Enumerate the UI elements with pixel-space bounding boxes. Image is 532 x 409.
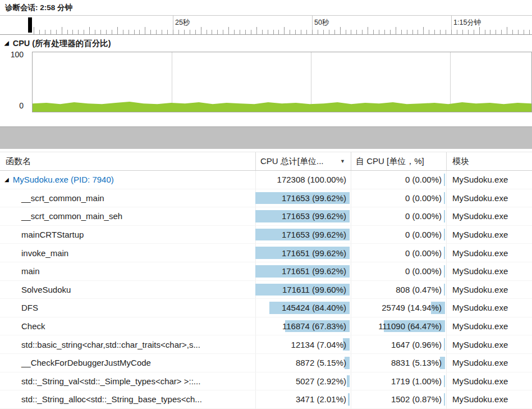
function-name: SolveSudoku xyxy=(21,285,71,294)
table-row[interactable]: Check116874 (67.83%)111090 (64.47%)MySud… xyxy=(0,317,532,336)
ruler-major-tick xyxy=(173,16,173,34)
cpu-total-cell-value: 171653 (99.62%) xyxy=(282,211,346,221)
self-cpu-histogram-bar xyxy=(444,247,445,259)
cpu-total-cell: 171611 (99.60%) xyxy=(255,281,351,299)
function-name: DFS xyxy=(21,303,38,312)
self-cpu-cell: 25749 (14.94%) xyxy=(351,299,446,317)
session-header: 诊断会话: 2:58 分钟 xyxy=(0,0,532,16)
function-name-cell: __scrt_common_main xyxy=(0,189,255,207)
table-row[interactable]: std::_String_val<std::_Simple_types<char… xyxy=(0,372,532,391)
table-row[interactable]: std::_String_alloc<std::_String_base_typ… xyxy=(0,390,532,409)
table-row[interactable]: mainCRTStartup171653 (99.62%)0 (0.00%)My… xyxy=(0,226,532,244)
cpu-total-cell: 3471 (2.01%) xyxy=(255,390,351,408)
timeline-marker[interactable] xyxy=(28,17,32,33)
function-name-cell: std::_String_val<std::_Simple_types<char… xyxy=(0,372,255,390)
self-cpu-cell-value: 0 (0.00%) xyxy=(405,230,442,239)
self-cpu-histogram-bar xyxy=(444,210,445,222)
self-cpu-histogram-bar xyxy=(444,338,445,351)
cpu-total-cell: 171653 (99.62%) xyxy=(255,189,351,207)
cpu-usage-area-series xyxy=(33,52,531,112)
self-cpu-cell: 0 (0.00%) xyxy=(351,171,446,189)
function-name-cell: ◢MySudoku.exe (PID: 7940) xyxy=(0,171,255,189)
function-name: std::_String_alloc<std::_String_base_typ… xyxy=(21,394,202,404)
table-row[interactable]: ◢MySudoku.exe (PID: 7940)172308 (100.00%… xyxy=(0,171,532,189)
table-row[interactable]: SolveSudoku171611 (99.60%)808 (0.47%)MyS… xyxy=(0,281,532,299)
session-title: 诊断会话: 2:58 分钟 xyxy=(5,3,72,13)
cpu-total-cell-value: 8872 (5.15%) xyxy=(296,358,346,367)
self-cpu-histogram-bar xyxy=(444,393,445,406)
self-cpu-cell: 0 (0.00%) xyxy=(351,189,446,207)
function-name-cell: __CheckForDebuggerJustMyCode xyxy=(0,354,255,372)
cpu-total-cell: 171653 (99.62%) xyxy=(255,226,351,244)
function-name: __scrt_common_main xyxy=(21,193,104,203)
y-axis-min-label: 0 xyxy=(0,101,28,110)
timeline-ruler[interactable]: 25秒50秒1:15分钟 xyxy=(0,16,532,35)
module-cell: MySudoku.exe xyxy=(446,354,532,372)
cpu-chart-plot-area[interactable] xyxy=(32,52,532,112)
ruler-tick-label: 50秒 xyxy=(314,18,329,28)
diagnostics-window: 诊断会话: 2:58 分钟 25秒50秒1:15分钟 ◢ CPU (所有处理器的… xyxy=(0,0,532,409)
sort-arrow-icon[interactable]: ▼ xyxy=(340,158,345,164)
cpu-section-header[interactable]: ◢ CPU (所有处理器的百分比) xyxy=(0,35,532,52)
module-cell: MySudoku.exe xyxy=(446,207,532,225)
expand-icon[interactable]: ◢ xyxy=(4,177,9,183)
cpu-total-cell-value: 5027 (2.92%) xyxy=(296,376,346,386)
self-cpu-histogram-bar xyxy=(444,284,445,296)
table-row[interactable]: __CheckForDebuggerJustMyCode8872 (5.15%)… xyxy=(0,354,532,372)
function-name-cell: invoke_main xyxy=(0,244,255,262)
self-cpu-cell: 0 (0.00%) xyxy=(351,207,446,225)
column-header-self-cpu[interactable]: 自 CPU [单位，%] xyxy=(351,152,446,170)
function-name-cell: std::_String_alloc<std::_String_base_typ… xyxy=(0,390,255,408)
table-body: ◢MySudoku.exe (PID: 7940)172308 (100.00%… xyxy=(0,171,532,409)
self-cpu-cell-value: 0 (0.00%) xyxy=(405,211,442,221)
cpu-total-cell-value: 171651 (99.62%) xyxy=(282,266,346,276)
function-name: main xyxy=(21,266,40,276)
function-name: mainCRTStartup xyxy=(21,230,84,239)
cpu-total-cell-value: 171653 (99.62%) xyxy=(282,230,346,239)
table-row[interactable]: __scrt_common_main_seh171653 (99.62%)0 (… xyxy=(0,207,532,226)
self-cpu-cell: 0 (0.00%) xyxy=(351,244,446,262)
cpu-section: ◢ CPU (所有处理器的百分比) 100 0 xyxy=(0,35,532,112)
column-header-cpu-total[interactable]: CPU 总计[单位... ▼ xyxy=(255,152,351,170)
self-cpu-cell-value: 808 (0.47%) xyxy=(396,285,442,294)
function-name-cell: DFS xyxy=(0,299,255,317)
function-name-cell: std::basic_string<char,std::char_traits<… xyxy=(0,335,255,353)
module-cell: MySudoku.exe xyxy=(446,226,532,244)
table-row[interactable]: main171651 (99.62%)0 (0.00%)MySudoku.exe xyxy=(0,262,532,281)
function-name[interactable]: MySudoku.exe (PID: 7940) xyxy=(13,175,114,184)
column-header-function-name[interactable]: 函数名 xyxy=(0,152,255,170)
cpu-total-cell-value: 12134 (7.04%) xyxy=(291,340,346,349)
function-name: std::_String_val<std::_Simple_types<char… xyxy=(21,376,200,386)
table-row[interactable]: invoke_main171651 (99.62%)0 (0.00%)MySud… xyxy=(0,244,532,262)
table-row[interactable]: DFS145424 (84.40%)25749 (14.94%)MySudoku… xyxy=(0,299,532,317)
table-row[interactable]: std::basic_string<char,std::char_traits<… xyxy=(0,335,532,354)
module-cell: MySudoku.exe xyxy=(446,262,532,280)
cpu-total-cell: 116874 (67.83%) xyxy=(255,317,351,335)
collapse-icon[interactable]: ◢ xyxy=(4,40,9,46)
cpu-total-cell: 12134 (7.04%) xyxy=(255,335,351,353)
self-cpu-histogram-bar xyxy=(444,174,445,186)
cpu-total-cell: 8872 (5.15%) xyxy=(255,354,351,372)
ruler-tick-label: 25秒 xyxy=(175,18,190,28)
cpu-section-title: CPU (所有处理器的百分比) xyxy=(13,38,111,49)
cpu-total-cell: 145424 (84.40%) xyxy=(255,299,351,317)
module-cell: MySudoku.exe xyxy=(446,299,532,317)
self-cpu-histogram-bar xyxy=(444,229,445,241)
self-cpu-cell-value: 111090 (64.47%) xyxy=(378,321,442,331)
table-row[interactable]: __scrt_common_main171653 (99.62%)0 (0.00… xyxy=(0,189,532,208)
cpu-total-cell-value: 3471 (2.01%) xyxy=(296,394,346,404)
cpu-total-cell-value: 172308 (100.00%) xyxy=(277,175,346,184)
cpu-total-cell: 171651 (99.62%) xyxy=(255,262,351,280)
self-cpu-cell: 0 (0.00%) xyxy=(351,262,446,280)
cpu-chart: 100 0 xyxy=(0,52,532,112)
module-cell: MySudoku.exe xyxy=(446,171,532,189)
self-cpu-cell-value: 0 (0.00%) xyxy=(405,248,442,258)
ruler-tick-label: 1:15分钟 xyxy=(453,18,481,28)
cpu-total-cell-value: 171653 (99.62%) xyxy=(282,193,346,203)
self-cpu-cell-value: 25749 (14.94%) xyxy=(382,303,442,312)
self-cpu-cell: 111090 (64.47%) xyxy=(351,317,446,335)
self-cpu-histogram-bar xyxy=(444,375,445,388)
cpu-total-cell: 172308 (100.00%) xyxy=(255,171,351,189)
function-name-cell: main xyxy=(0,262,255,280)
column-header-module[interactable]: 模块 xyxy=(446,152,532,170)
